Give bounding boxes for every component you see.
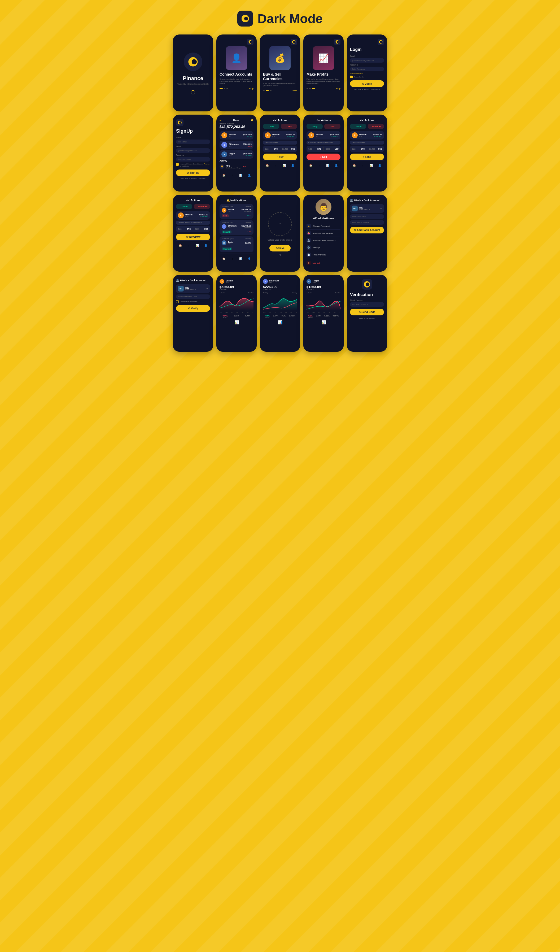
onboard2-logo xyxy=(291,39,297,45)
ec-chart-icon[interactable]: 📊 xyxy=(278,320,282,325)
menu-bank-accounts[interactable]: 🏦 Attached Bank Accounts xyxy=(307,237,341,244)
amount-btc[interactable]: 0.22 xyxy=(265,148,273,150)
menu-change-password[interactable]: 🔒 Change Password xyxy=(307,223,341,230)
wd-bank-select[interactable]: Choose a bank to withdraw to... xyxy=(176,221,210,225)
pass-input-su[interactable]: Enter Password xyxy=(176,157,210,162)
nav-chart-n[interactable]: 📊 xyxy=(238,256,244,261)
wd-btc-amt[interactable]: 0.22 xyxy=(178,228,186,230)
nav-chart-send[interactable]: 📊 xyxy=(369,162,374,168)
nav-home[interactable]: 🏠 xyxy=(221,172,227,178)
nav-home-as[interactable]: 🏠 xyxy=(308,162,313,168)
save-button[interactable]: ⊙ Save xyxy=(269,245,291,252)
buy-tab[interactable]: ↑ Buy xyxy=(263,124,279,129)
wd-usd-val[interactable]: $209 xyxy=(195,228,203,230)
onboard1-skip[interactable]: Skip xyxy=(249,87,253,90)
send-usd-val[interactable]: $1,409 xyxy=(369,148,377,150)
notif-nav: 🏠 ↕️ 📊 👤 xyxy=(219,253,253,261)
terms-checkbox[interactable] xyxy=(176,163,179,166)
as-btc-amount: 0.304 BTC xyxy=(330,136,339,138)
nav-chart-as[interactable]: 📊 xyxy=(325,162,330,168)
email-input-su[interactable]: youremail@gmail.com xyxy=(176,148,210,153)
menu-privacy[interactable]: 📄 Privacy Policy xyxy=(307,251,341,258)
holder-input[interactable]: Enter Holder's Name xyxy=(350,220,384,225)
onboard2-skip[interactable]: Skip xyxy=(293,90,297,92)
mobile-input[interactable]: +92 324 524 124 5 xyxy=(350,302,384,307)
login-button[interactable]: ⊙ Login xyxy=(350,80,384,87)
nav-arrow-ab[interactable]: ↕️ xyxy=(273,162,278,168)
rc-chart-icon[interactable]: 📊 xyxy=(321,320,326,325)
sell-usd-val[interactable]: $209 xyxy=(326,148,333,150)
sell-tab[interactable]: ↓ Sell xyxy=(281,124,297,129)
nav-profile[interactable]: 👤 xyxy=(247,172,252,178)
bank2-name: HBL xyxy=(185,287,197,289)
bank2-selector[interactable]: HBL HBL Habib Bank Ltd. ▼ xyxy=(176,284,210,293)
buy-button[interactable]: ↑ Buy xyxy=(263,154,297,160)
ab-btc-price: $5263.09 xyxy=(286,133,295,136)
send-code-button[interactable]: ⊙ Send Code xyxy=(350,309,384,315)
fetch-checkbox[interactable] xyxy=(176,300,179,303)
email-input[interactable]: youremaildler@gmail.com xyxy=(350,58,384,63)
buy-tab-s[interactable]: ↑ Buy xyxy=(307,124,323,129)
menu-settings[interactable]: ⚙️ Settings xyxy=(307,244,341,251)
bank-selector[interactable]: HBL HBL Habib Bank Ltd. ▼ xyxy=(350,204,384,213)
send-btc-amt[interactable]: 0.22 xyxy=(352,148,360,150)
vendor-address-input[interactable]: Vendor Address xyxy=(263,141,297,145)
verification-code-input[interactable]: Enter Verification Code xyxy=(176,294,210,299)
bank-icon: 🏦 xyxy=(307,238,311,243)
nav-profile-n[interactable]: 👤 xyxy=(247,256,252,261)
send-tab[interactable]: ↑ Send xyxy=(350,124,366,129)
nav-chart[interactable]: 📊 xyxy=(238,172,244,178)
verify-button[interactable]: ⊙ Verify xyxy=(176,305,210,312)
sell-button[interactable]: ↓ Sell xyxy=(307,154,341,160)
btc-item[interactable]: ₿ Bitcoin BTC $5263.09 +0.2% xyxy=(219,131,253,139)
nav-arrow-n[interactable]: ↕️ xyxy=(230,256,235,261)
password-input[interactable]: Enter Password xyxy=(350,67,384,71)
sell-btc[interactable]: 0.22 xyxy=(309,148,316,150)
withdraw-button[interactable]: ⊙ Withdraw xyxy=(176,234,210,240)
sell-tab-s[interactable]: ↓ Sell xyxy=(324,124,341,129)
remember-checkbox[interactable] xyxy=(350,76,353,78)
xrp-item[interactable]: ✕ Ripple XRP $1263.09 +0.085% xyxy=(219,150,253,159)
nav-arrow-send[interactable]: ↕️ xyxy=(360,162,366,168)
home-menu-icon[interactable]: ☰ xyxy=(219,119,221,121)
signup-button[interactable]: ⊙ Sign up xyxy=(176,170,210,176)
amount-usd-val[interactable]: $1,409 xyxy=(282,148,290,150)
nav-home-send[interactable]: 🏠 xyxy=(352,162,357,168)
withdraw-tab-wd[interactable]: ↓ Withdraw xyxy=(194,204,210,209)
login-link[interactable]: Don't have an account? Let's Login xyxy=(176,178,210,179)
iban-input[interactable]: Enter IBAN here xyxy=(350,214,384,219)
nav-profile-wd[interactable]: 👤 xyxy=(203,243,208,248)
home-notif-icon[interactable]: 🔔 xyxy=(251,119,253,121)
menu-logout[interactable]: 🚪 Log out xyxy=(307,260,341,266)
nav-arrow-wd[interactable]: ↕️ xyxy=(186,243,191,248)
nav-profile-ab[interactable]: 👤 xyxy=(290,162,295,168)
nav-chart-wd[interactable]: 📊 xyxy=(194,243,200,248)
nav-home-wd[interactable]: 🏠 xyxy=(177,243,183,248)
name-input[interactable]: Full Name xyxy=(176,139,210,144)
nav-arrow-as[interactable]: ↕️ xyxy=(316,162,322,168)
nav-profile-send[interactable]: 👤 xyxy=(377,162,383,168)
bc-chart-icon[interactable]: 📊 xyxy=(234,320,239,325)
send-button[interactable]: ↑ Send xyxy=(350,154,384,160)
register-link[interactable]: Don't have an account? Let's Register xyxy=(350,89,384,90)
pass-label-su: Password xyxy=(176,154,210,156)
add-bank-button[interactable]: ⊙ Add Bank Account xyxy=(350,227,384,233)
notif-btc-name: Bitcoin xyxy=(228,209,234,211)
nav-chart-ab[interactable]: 📊 xyxy=(282,162,287,168)
forgot-password-link[interactable]: Forgot Password? xyxy=(350,73,384,74)
email-instead-link[interactable]: Enter email instead xyxy=(350,317,384,319)
nav-arrow[interactable]: ↕️ xyxy=(230,172,235,178)
nav-profile-as[interactable]: 👤 xyxy=(333,162,339,168)
send-vendor-input[interactable]: Vendor Address xyxy=(350,141,384,145)
upload-area[interactable]: ↑ xyxy=(268,212,292,236)
withdraw-tab[interactable]: ↓ Withdraw xyxy=(368,124,384,129)
onboard3-skip[interactable]: Skip xyxy=(336,87,341,90)
bank-select[interactable]: Choose a bank to withdraw to... xyxy=(307,141,341,145)
menu-mobile-wallets[interactable]: 👛 Attach Mobile Wallets xyxy=(307,230,341,237)
eth-item[interactable]: Ξ Ethereum ETH $5263.09 -0.2% xyxy=(219,141,253,149)
send-tab-wd[interactable]: ↑ Send xyxy=(176,204,192,209)
row-2: SignUp Name Full Name Email youremail@gm… xyxy=(161,114,399,192)
phone-actions-send: ↗↙ Actions ↑ Send ↓ Withdraw ₿ Bitcoin B… xyxy=(347,114,387,192)
nav-home-ab[interactable]: 🏠 xyxy=(265,162,270,168)
nav-home-n[interactable]: 🏠 xyxy=(221,256,227,261)
